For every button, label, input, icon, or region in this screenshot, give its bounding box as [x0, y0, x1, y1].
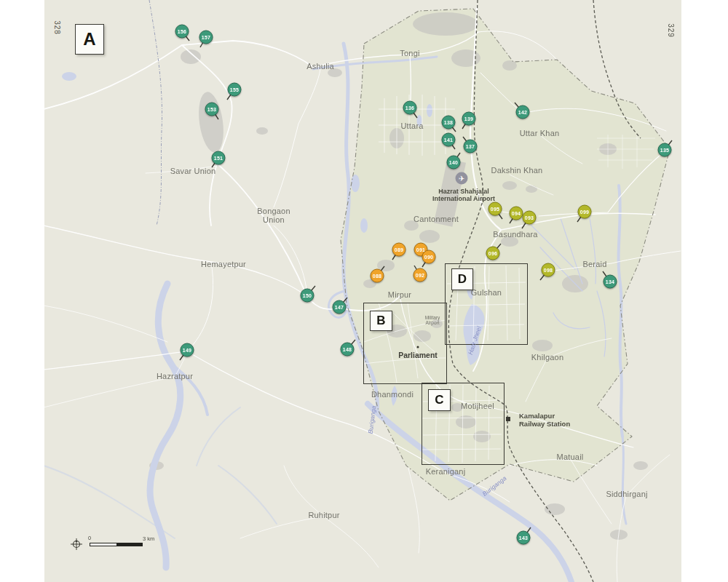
sheet-number: 328	[53, 20, 61, 35]
place-label: Uttara	[400, 121, 423, 130]
scale-bar: 0 3 km	[70, 533, 157, 551]
panel-label-B: B	[370, 311, 392, 331]
site-marker-093[interactable]: 093	[523, 211, 537, 225]
site-marker-088[interactable]: 088	[371, 269, 384, 283]
place-label: Gulshan	[471, 288, 502, 297]
north-compass-icon	[70, 538, 83, 551]
scale-distance-label: 3 km	[143, 535, 154, 542]
site-marker-153[interactable]: 153	[205, 103, 219, 116]
site-marker-149[interactable]: 149	[181, 343, 194, 357]
sheet-number: 329	[667, 23, 675, 38]
site-marker-134[interactable]: 134	[604, 275, 617, 289]
site-marker-148[interactable]: 148	[341, 343, 355, 356]
place-label: Savar Union	[170, 167, 216, 175]
site-marker-089[interactable]: 089	[392, 243, 406, 257]
site-marker-157[interactable]: 157	[199, 31, 213, 44]
railway-station-icon	[506, 417, 510, 421]
place-label: Matuail	[557, 453, 584, 461]
site-marker-096[interactable]: 096	[486, 247, 500, 260]
panel-label-D: D	[451, 268, 473, 290]
place-label: Khilgaon	[531, 353, 563, 362]
panel-label-A: A	[75, 24, 104, 55]
site-marker-092[interactable]: 092	[414, 268, 427, 282]
site-marker-141[interactable]: 141	[442, 133, 456, 147]
place-label: Mirpur	[388, 290, 411, 299]
site-marker-099[interactable]: 099	[578, 205, 592, 219]
site-marker-151[interactable]: 151	[212, 151, 226, 165]
place-label: Bongaon Union	[257, 207, 290, 224]
place-label: Basundhara	[493, 230, 537, 239]
place-label: Ashulia	[306, 62, 333, 71]
river-boundary	[149, 0, 162, 226]
figure-page: { "map": { "sheet_numbers": [ {"text": "…	[0, 0, 728, 582]
site-marker-147[interactable]: 147	[333, 300, 347, 314]
site-marker-156[interactable]: 156	[175, 25, 189, 39]
site-marker-135[interactable]: 135	[658, 143, 672, 157]
place-label: Tongi	[400, 49, 419, 57]
site-marker-138[interactable]: 138	[442, 116, 456, 129]
site-marker-150[interactable]: 150	[301, 289, 314, 303]
site-marker-139[interactable]: 139	[462, 112, 476, 126]
site-marker-143[interactable]: 143	[517, 531, 531, 545]
site-marker-090[interactable]: 090	[422, 250, 436, 264]
site-marker-140[interactable]: 140	[447, 156, 461, 170]
place-label: Siddhirganj	[606, 490, 647, 498]
place-label: Dakshin Khan	[491, 166, 543, 175]
parliament-dot	[417, 346, 419, 348]
site-marker-137[interactable]: 137	[464, 140, 478, 154]
scale-bar-graphic	[90, 543, 143, 546]
panel-label-C: C	[428, 389, 451, 411]
site-marker-094[interactable]: 094	[510, 207, 523, 220]
place-label: Beraid	[583, 260, 607, 268]
airport-label: Hazrat Shahjalal International Airport	[432, 188, 495, 203]
place-label: Ruhitpur	[308, 511, 339, 519]
site-marker-155[interactable]: 155	[228, 83, 242, 97]
scale-zero-label: 0	[88, 535, 91, 541]
site-marker-098[interactable]: 098	[542, 263, 555, 277]
scale-bar-white-segment	[90, 543, 116, 546]
parliament-label: Parliament	[398, 351, 438, 359]
site-marker-095[interactable]: 095	[488, 202, 502, 216]
scale-bar-black-segment	[116, 543, 143, 546]
site-marker-142[interactable]: 142	[516, 105, 530, 119]
place-label: Motijheel	[461, 402, 494, 410]
place-label: Dhanmondi	[371, 390, 414, 399]
place-label: Cantonment	[414, 215, 459, 223]
site-marker-136[interactable]: 136	[403, 101, 417, 115]
railway-station-label: Kamalapur Railway Station	[519, 412, 570, 428]
place-label: Hemayetpur	[201, 260, 246, 268]
place-label: Keraniganj	[426, 467, 466, 476]
place-label: Uttar Khan	[520, 129, 560, 137]
airport-icon: ✈	[456, 172, 468, 185]
place-label: Hazratpur	[157, 372, 193, 380]
military-airport-label: Military Airport	[425, 315, 440, 326]
